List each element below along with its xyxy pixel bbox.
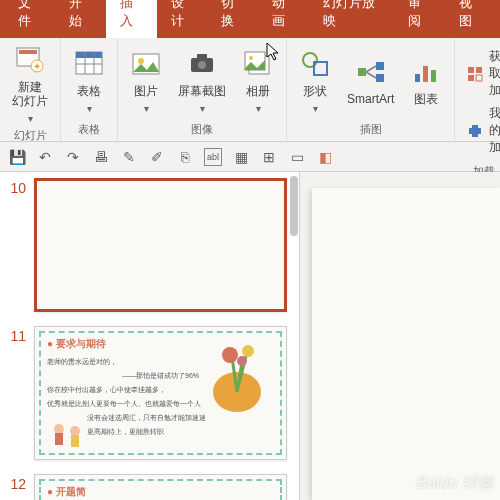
slide-number: 12 (6, 474, 26, 500)
tab-animations[interactable]: 动画 (258, 0, 309, 38)
tab-file[interactable]: 文件 (4, 0, 55, 38)
people-illustration (49, 421, 89, 451)
svg-point-16 (249, 56, 253, 60)
slide-thumbnails-panel[interactable]: 10 ★ 11 ● 要求与期待 老师的责水远是对的， ——那怕是错成功了96% … (0, 172, 300, 500)
svg-rect-19 (358, 68, 366, 76)
album-button[interactable]: 相册 ▾ (238, 46, 278, 115)
flower-illustration (202, 337, 272, 417)
dropdown-arrow-icon: ▾ (256, 103, 261, 114)
pictures-button[interactable]: 图片 ▾ (126, 46, 166, 115)
slide-canvas[interactable] (312, 188, 500, 500)
svg-point-30 (222, 347, 238, 363)
new-slide-icon: ✦ (14, 44, 46, 76)
svg-rect-24 (431, 70, 436, 82)
slide-stage (300, 172, 500, 500)
print-icon[interactable]: 🖶 (92, 148, 110, 166)
tab-bar: 文件 开始 插入 设计 切换 动画 幻灯片放映 审阅 视图 (0, 0, 500, 38)
svg-rect-20 (376, 62, 384, 70)
watermark: Baidu 经验 (417, 473, 494, 494)
chart-icon (410, 56, 442, 88)
svg-point-10 (138, 58, 144, 64)
arrange-icon[interactable]: ◧ (316, 148, 334, 166)
addin-icon (467, 123, 483, 139)
svg-rect-36 (71, 435, 79, 447)
slide-thumbnail-11[interactable]: ● 要求与期待 老师的责水远是对的， ——那怕是错成功了96% 你在校中付出越多… (34, 326, 287, 460)
screenshot-icon (186, 48, 218, 80)
copy-icon[interactable]: ⎘ (176, 148, 194, 166)
layout-icon[interactable]: ▦ (232, 148, 250, 166)
svg-rect-21 (376, 74, 384, 82)
get-addins-button[interactable]: 获取加 (467, 48, 500, 99)
svg-text:✦: ✦ (33, 61, 41, 72)
svg-point-13 (198, 61, 206, 69)
dropdown-arrow-icon: ▾ (87, 103, 92, 114)
chart-button[interactable]: 图表 (406, 54, 446, 108)
dropdown-arrow-icon: ▾ (200, 103, 205, 114)
svg-rect-23 (423, 66, 428, 82)
svg-rect-28 (476, 75, 482, 81)
svg-rect-5 (76, 52, 102, 58)
dropdown-arrow-icon: ▾ (144, 103, 149, 114)
group-addins: 获取加 我的加 加载 (455, 38, 500, 141)
shapes-button[interactable]: 形状 ▾ (295, 46, 335, 115)
group-tables: 表格 ▾ 表格 (61, 38, 118, 141)
album-icon (242, 48, 274, 80)
scrollbar-thumb[interactable] (290, 176, 298, 236)
album-label: 相册 (246, 84, 270, 98)
my-addins-button[interactable]: 我的加 (467, 105, 500, 156)
svg-rect-26 (476, 67, 482, 73)
shapes-label: 形状 (303, 84, 327, 98)
format-painter-icon[interactable]: ✎ (120, 148, 138, 166)
tab-design[interactable]: 设计 (157, 0, 208, 38)
new-slide-button[interactable]: ✦ 新建幻灯片 ▾ (8, 42, 52, 126)
smartart-button[interactable]: SmartArt (343, 54, 398, 108)
slide-thumbnail-10[interactable] (34, 178, 287, 312)
dropdown-arrow-icon: ▾ (28, 113, 33, 124)
save-icon[interactable]: 💾 (8, 148, 26, 166)
smartart-label: SmartArt (347, 92, 394, 106)
dropdown-arrow-icon: ▾ (313, 103, 318, 114)
group-images-label: 图像 (126, 120, 278, 139)
thumbnail-row: 10 (6, 178, 287, 312)
tab-slideshow[interactable]: 幻灯片放映 (309, 0, 394, 38)
slide-number: 10 (6, 178, 26, 312)
svg-rect-22 (415, 74, 420, 82)
tab-home[interactable]: 开始 (55, 0, 106, 38)
group-images: 图片 ▾ 屏幕截图 ▾ 相册 ▾ 图像 (118, 38, 287, 141)
svg-rect-27 (468, 75, 474, 81)
thumbnail-row: ★ 11 ● 要求与期待 老师的责水远是对的， ——那怕是错成功了96% 你在校… (6, 326, 287, 460)
new-slide-label: 新建幻灯片 (12, 80, 48, 109)
svg-rect-34 (55, 433, 63, 445)
tab-insert[interactable]: 插入 (106, 0, 157, 38)
smartart-icon (355, 56, 387, 88)
grid-icon[interactable]: ⊞ (260, 148, 278, 166)
table-button[interactable]: 表格 ▾ (69, 46, 109, 115)
textbox-icon[interactable]: abl (204, 148, 222, 166)
ink-icon[interactable]: ✐ (148, 148, 166, 166)
table-icon (73, 48, 105, 80)
tab-view[interactable]: 视图 (445, 0, 496, 38)
align-icon[interactable]: ▭ (288, 148, 306, 166)
thumbnail-row: ★ 12 ● 开题简 (6, 474, 287, 500)
slide-number: 11 (6, 326, 26, 460)
redo-icon[interactable]: ↷ (64, 148, 82, 166)
group-illustrations-label: 插图 (295, 120, 446, 139)
pictures-icon (130, 48, 162, 80)
group-illustrations: 形状 ▾ SmartArt 图表 插图 (287, 38, 455, 141)
store-icon (467, 66, 483, 82)
slide-thumbnail-12[interactable]: ● 开题简 (34, 474, 287, 500)
work-area: 10 ★ 11 ● 要求与期待 老师的责水远是对的， ——那怕是错成功了96% … (0, 172, 500, 500)
tab-review[interactable]: 审阅 (394, 0, 445, 38)
screenshot-button[interactable]: 屏幕截图 ▾ (174, 46, 230, 115)
screenshot-label: 屏幕截图 (178, 84, 226, 98)
tab-transitions[interactable]: 切换 (207, 0, 258, 38)
my-addins-label: 我的加 (489, 105, 500, 156)
group-slides: ✦ 新建幻灯片 ▾ 幻灯片 (0, 38, 61, 141)
group-slides-label: 幻灯片 (8, 126, 52, 145)
svg-point-32 (237, 356, 247, 366)
undo-icon[interactable]: ↶ (36, 148, 54, 166)
svg-rect-12 (197, 54, 207, 60)
get-addins-label: 获取加 (489, 48, 500, 99)
svg-rect-1 (19, 50, 37, 54)
chart-label: 图表 (414, 92, 438, 106)
